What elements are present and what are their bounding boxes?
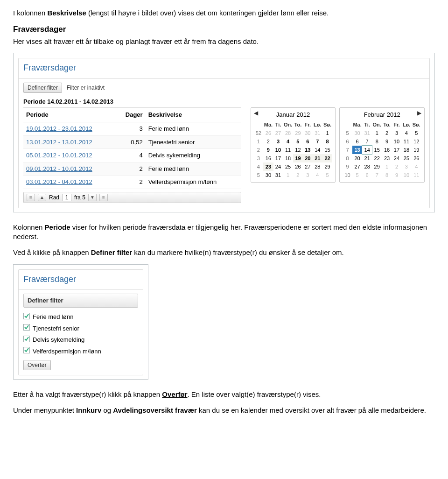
cal-day-cell[interactable]: 29 bbox=[293, 129, 303, 137]
cal-day-cell[interactable]: 5 bbox=[352, 171, 363, 179]
cal-day-cell[interactable]: 6 bbox=[303, 137, 313, 146]
cal-day-cell[interactable]: 23 bbox=[382, 154, 392, 162]
cal-day-cell[interactable]: 16 bbox=[263, 154, 273, 162]
cal-day-cell[interactable]: 22 bbox=[372, 154, 382, 162]
cal-day-cell[interactable]: 21 bbox=[313, 154, 322, 162]
cell-period[interactable]: 03.01.2012 - 04.01.2012 bbox=[23, 176, 116, 189]
cal-day-cell[interactable]: 22 bbox=[322, 154, 332, 162]
cal-day-cell[interactable]: 11 bbox=[283, 146, 293, 154]
cal-day-cell[interactable]: 3 bbox=[254, 154, 263, 162]
cal-day-cell[interactable]: 1 bbox=[382, 162, 392, 171]
cal-day-cell[interactable]: 25 bbox=[401, 154, 411, 162]
cal-day-cell[interactable]: 5 bbox=[412, 129, 421, 137]
cal-day-cell[interactable]: 8 bbox=[382, 171, 392, 179]
cal-day-cell[interactable]: 17 bbox=[392, 146, 402, 154]
cal-day-cell[interactable]: 24 bbox=[392, 154, 402, 162]
cell-period[interactable]: 13.01.2012 - 13.01.2012 bbox=[23, 135, 116, 149]
cal-day-cell[interactable]: 2 bbox=[382, 129, 392, 137]
cal-day-cell[interactable]: 52 bbox=[254, 129, 263, 137]
cal-day-cell[interactable]: 23 bbox=[263, 162, 273, 171]
cal-day-cell[interactable]: 12 bbox=[293, 146, 303, 154]
cal-day-cell[interactable]: 9 bbox=[392, 171, 402, 179]
cal-day-cell[interactable]: 4 bbox=[401, 129, 411, 137]
cal-day-cell[interactable]: 7 bbox=[343, 146, 352, 154]
cal-day-cell[interactable]: 5 bbox=[322, 171, 332, 179]
cal-day-cell[interactable]: 6 bbox=[362, 171, 371, 179]
checkbox-icon[interactable] bbox=[23, 324, 30, 333]
cal-day-cell[interactable]: 11 bbox=[412, 171, 421, 179]
filter-option[interactable]: Delvis sykemelding bbox=[23, 334, 138, 346]
calendar-next-icon[interactable]: ▶ bbox=[417, 110, 421, 116]
cal-day-cell[interactable]: 30 bbox=[352, 129, 363, 137]
cal-day-cell[interactable]: 4 bbox=[254, 162, 263, 171]
cal-day-cell[interactable]: 13 bbox=[303, 146, 313, 154]
cal-day-cell[interactable]: 18 bbox=[401, 146, 411, 154]
cal-day-cell[interactable]: 2 bbox=[293, 171, 303, 179]
cal-day-cell[interactable]: 6 bbox=[343, 137, 352, 146]
cal-day-cell[interactable]: 10 bbox=[392, 137, 402, 146]
checkbox-icon[interactable] bbox=[23, 347, 30, 356]
cal-day-cell[interactable]: 7 bbox=[372, 171, 382, 179]
filter-option[interactable]: Tjenestefri senior bbox=[23, 323, 138, 334]
cal-day-cell[interactable]: 19 bbox=[293, 154, 303, 162]
cal-day-cell[interactable]: 20 bbox=[352, 154, 363, 162]
cal-day-cell[interactable]: 18 bbox=[283, 154, 293, 162]
cal-day-cell[interactable]: 9 bbox=[382, 137, 392, 146]
cal-day-cell[interactable]: 2 bbox=[263, 137, 273, 146]
filter-option[interactable]: Velferdspermisjon m/lønn bbox=[23, 345, 138, 357]
cal-day-cell[interactable]: 10 bbox=[343, 171, 352, 179]
cal-day-cell[interactable]: 28 bbox=[362, 162, 371, 171]
cal-day-cell[interactable]: 31 bbox=[313, 129, 322, 137]
cal-day-cell[interactable]: 29 bbox=[322, 162, 332, 171]
cal-day-cell[interactable]: 3 bbox=[303, 171, 313, 179]
cal-day-cell[interactable]: 26 bbox=[412, 154, 421, 162]
cal-day-cell[interactable]: 16 bbox=[382, 146, 392, 154]
overfor-button[interactable]: Overfør bbox=[23, 360, 51, 370]
filter-option[interactable]: Ferie med lønn bbox=[23, 311, 138, 323]
cal-day-cell[interactable]: 28 bbox=[313, 162, 322, 171]
cal-day-cell[interactable]: 1 bbox=[283, 171, 293, 179]
cal-day-cell[interactable]: 9 bbox=[263, 146, 273, 154]
cal-day-cell[interactable]: 4 bbox=[412, 162, 421, 171]
pager-first-icon[interactable]: ≡ bbox=[27, 194, 35, 201]
cal-day-cell[interactable]: 4 bbox=[283, 137, 293, 146]
cal-day-cell[interactable]: 7 bbox=[313, 137, 322, 146]
cal-day-cell[interactable]: 26 bbox=[293, 162, 303, 171]
cal-day-cell[interactable]: 2 bbox=[392, 162, 402, 171]
cal-day-cell[interactable]: 24 bbox=[273, 162, 283, 171]
cal-day-cell[interactable]: 3 bbox=[392, 129, 402, 137]
cal-day-cell[interactable]: 12 bbox=[412, 137, 421, 146]
pager-row-input[interactable] bbox=[62, 194, 71, 201]
cal-day-cell[interactable]: 26 bbox=[263, 129, 273, 137]
cal-day-cell[interactable]: 14 bbox=[362, 146, 371, 154]
cal-day-cell[interactable]: 15 bbox=[322, 146, 332, 154]
cal-day-cell[interactable]: 10 bbox=[401, 171, 411, 179]
cal-day-cell[interactable]: 17 bbox=[273, 154, 283, 162]
calendar-prev-icon[interactable]: ◀ bbox=[254, 110, 258, 116]
cal-day-cell[interactable]: 15 bbox=[372, 146, 382, 154]
cal-day-cell[interactable]: 28 bbox=[283, 129, 293, 137]
cal-day-cell[interactable]: 30 bbox=[303, 129, 313, 137]
cal-day-cell[interactable]: 13 bbox=[352, 146, 363, 154]
cal-day-cell[interactable]: 3 bbox=[273, 137, 283, 146]
cal-day-cell[interactable]: 29 bbox=[372, 162, 382, 171]
cal-day-cell[interactable]: 10 bbox=[273, 146, 283, 154]
cal-day-cell[interactable]: 2 bbox=[254, 146, 263, 154]
cal-day-cell[interactable]: 31 bbox=[362, 129, 371, 137]
define-filter-button[interactable]: Definer filter bbox=[23, 83, 62, 93]
cal-day-cell[interactable]: 14 bbox=[313, 146, 322, 154]
pager-last-icon[interactable]: ≡ bbox=[99, 194, 108, 201]
cal-day-cell[interactable]: 1 bbox=[372, 129, 382, 137]
cal-day-cell[interactable]: 8 bbox=[372, 137, 382, 146]
cal-day-cell[interactable]: 8 bbox=[322, 137, 332, 146]
cal-day-cell[interactable]: 31 bbox=[273, 171, 283, 179]
cell-period[interactable]: 09.01.2012 - 10.01.2012 bbox=[23, 162, 116, 176]
cal-day-cell[interactable]: 5 bbox=[293, 137, 303, 146]
cal-day-cell[interactable]: 6 bbox=[352, 137, 363, 146]
cal-day-cell[interactable]: 19 bbox=[412, 146, 421, 154]
pager-prev-icon[interactable]: ▲ bbox=[38, 194, 46, 201]
pager-next-icon[interactable]: ▼ bbox=[88, 194, 97, 201]
checkbox-icon[interactable] bbox=[23, 313, 30, 322]
cal-day-cell[interactable]: 20 bbox=[303, 154, 313, 162]
cell-period[interactable]: 19.01.2012 - 23.01.2012 bbox=[23, 122, 116, 136]
